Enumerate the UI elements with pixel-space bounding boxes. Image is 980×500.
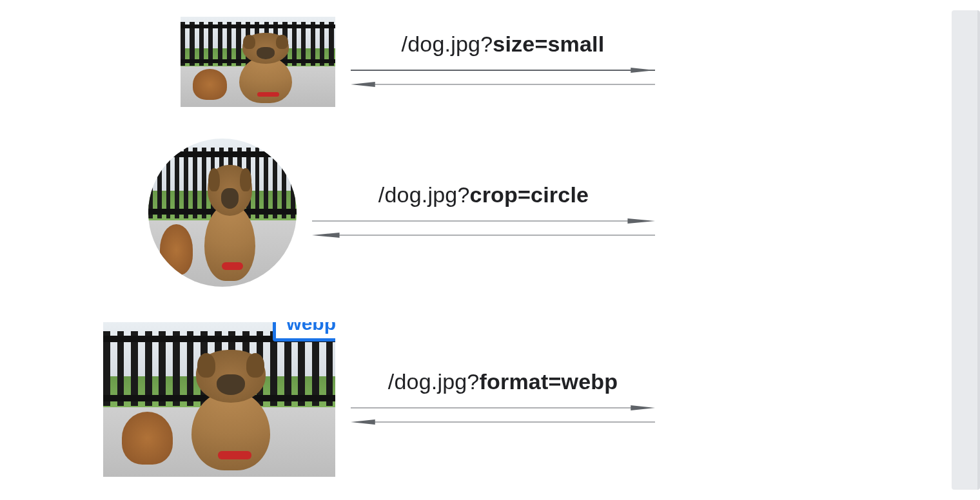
dog-image-small: [181, 17, 335, 107]
request-col-circle: /dog.jpg?crop=circle: [312, 182, 655, 244]
svg-marker-6: [631, 68, 655, 73]
svg-marker-16: [351, 419, 375, 425]
request-col-small: /dog.jpg?size=small: [351, 32, 655, 93]
arrow-from-cdn-icon: [312, 231, 655, 240]
dog-illustration-icon: [103, 322, 335, 477]
cdn-bar-icon: [952, 10, 980, 490]
webp-badge: webp: [273, 322, 335, 341]
url-base: /dog.jpg?: [402, 32, 493, 56]
url-circle: /dog.jpg?crop=circle: [312, 182, 655, 207]
url-webp: /dog.jpg?format=webp: [351, 369, 655, 394]
arrows-circle: [312, 216, 655, 244]
url-param: format=webp: [479, 369, 618, 394]
arrows-webp: [351, 403, 655, 430]
row-format-webp: webp /dog.jpg?format=webp: [0, 309, 671, 490]
arrow-to-cdn-icon: [351, 403, 655, 412]
svg-marker-10: [627, 218, 655, 224]
dog-illustration-icon: [148, 139, 297, 287]
svg-marker-12: [312, 233, 340, 238]
url-base: /dog.jpg?: [388, 369, 480, 394]
arrow-to-cdn-icon: [351, 66, 655, 75]
image-cdn-block: Image CDN: [952, 10, 980, 490]
dog-image-circle: [148, 139, 297, 287]
arrow-from-cdn-icon: [351, 418, 655, 427]
dog-image-webp: webp: [103, 322, 335, 477]
svg-marker-14: [631, 405, 655, 410]
request-col-webp: /dog.jpg?format=webp: [351, 369, 655, 430]
url-small: /dog.jpg?size=small: [351, 32, 655, 57]
arrow-from-cdn-icon: [351, 80, 655, 89]
url-param: crop=circle: [470, 182, 589, 207]
dog-illustration-icon: [181, 17, 335, 107]
arrow-to-cdn-icon: [312, 216, 655, 226]
arrows-small: [351, 66, 655, 93]
row-crop-circle: /dog.jpg?crop=circle: [0, 135, 671, 290]
url-param: size=small: [493, 32, 604, 56]
row-size-small: /dog.jpg?size=small: [0, 10, 671, 113]
svg-marker-8: [351, 82, 375, 87]
url-base: /dog.jpg?: [378, 182, 470, 207]
